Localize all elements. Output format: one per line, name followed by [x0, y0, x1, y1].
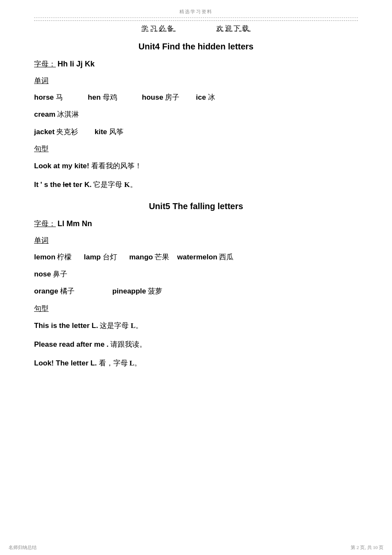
unit5-sentence-section: 句型: [34, 304, 358, 315]
word-mango: mango: [129, 253, 153, 261]
u5s3-en: Look! The letter L.: [34, 359, 97, 367]
word-horse: horse: [34, 93, 54, 101]
unit5-sentence-label: 句型: [34, 304, 49, 313]
unit4-vocab-label: 单词: [34, 76, 49, 86]
unit5-vocab-label: 单词: [34, 236, 49, 245]
u5s2-en: Please read after me .: [34, 340, 109, 348]
sentence2-k: ter K.: [73, 181, 91, 189]
topbar-left: 学习必备: [141, 25, 176, 32]
page-footer: 名师归纳总结 第 2 页, 共 10 页: [0, 544, 392, 551]
word-kite: kite: [95, 128, 107, 136]
word-watermelon: watermelon: [177, 253, 217, 261]
unit5-words-row2: nose 鼻子: [34, 267, 358, 281]
word-lemon: lemon: [34, 253, 55, 261]
unit5-sentence1: This is the letter L. 这是字母 L。: [34, 319, 358, 333]
unit5-sentence3: Look! The letter L. 看，字母 L。: [34, 356, 358, 371]
word-cream: cream: [34, 110, 55, 118]
word-house: house: [142, 93, 163, 101]
unit4-title: Unit4 Find the hidden letters: [34, 42, 358, 52]
unit5-letters-section: 字母： Ll Mm Nn: [34, 219, 358, 230]
u5s1-cn: 这是字母 L。: [100, 322, 143, 330]
word-orange: orange: [34, 287, 58, 295]
cn-watermelon: 西瓜: [219, 253, 233, 261]
unit5-letters-value: Ll Mm Nn: [58, 219, 92, 228]
cn-pineapple: 菠萝: [148, 287, 162, 295]
word-hen: hen: [88, 93, 101, 101]
unit4-letters-label: 字母：: [34, 59, 56, 69]
unit5-letters-label: 字母：: [34, 219, 56, 229]
cn-hen: 母鸡: [103, 93, 117, 101]
sentence2-apos: ' s the: [40, 181, 61, 189]
word-ice: ice: [196, 93, 206, 101]
sentence1-en: Look at my kite!: [34, 162, 89, 170]
watermark-text: 精选学习资料: [34, 9, 358, 15]
cn-lamp: 台灯: [103, 253, 117, 261]
unit5-sentence2: Please read after me . 请跟我读。: [34, 337, 358, 352]
cn-house: 房子: [165, 93, 179, 101]
unit4-sentence1: Look at my kite! 看看我的风筝！: [34, 159, 358, 173]
cn-jacket: 夹克衫: [56, 128, 78, 136]
u5s3-cn: 看，字母 L。: [99, 359, 142, 367]
unit4-words-row2: cream 冰淇淋: [34, 108, 358, 121]
top-bar: 学习必备 欢迎下载: [34, 20, 358, 33]
cn-lemon: 柠檬: [57, 253, 72, 261]
unit4-sentence-section: 句型: [34, 144, 358, 155]
unit5-words-row1: lemon 柠檬 lamp 台灯 mango 芒果 watermelon 西瓜: [34, 250, 358, 264]
unit5-vocab-section: 单词: [34, 236, 358, 247]
u5s1-en: This is the letter L.: [34, 322, 98, 330]
sentence2-cn: 它是字母 K。: [93, 181, 137, 189]
word-jacket: jacket: [34, 128, 55, 136]
sentence1-cn: 看看我的风筝！: [91, 162, 142, 170]
cn-orange: 橘子: [60, 287, 75, 295]
unit4-sentence-label: 句型: [34, 144, 49, 154]
cn-ice: 冰: [208, 93, 215, 101]
footer-right: 第 2 页, 共 10 页: [351, 544, 383, 551]
topbar-right: 欢迎下载: [216, 25, 251, 32]
unit5-title: Unit5 The falling letters: [34, 201, 358, 211]
cn-mango: 芒果: [155, 253, 169, 261]
sentence2-let-strikethrough: let: [63, 181, 71, 189]
unit4-words-row1: horse 马 hen 母鸡 house 房子 ice 冰: [34, 91, 358, 104]
cn-nose: 鼻子: [53, 270, 67, 278]
word-nose: nose: [34, 270, 51, 278]
cn-cream: 冰淇淋: [57, 110, 79, 118]
unit4-letters-section: 字母： Hh Ii Jj Kk: [34, 59, 358, 71]
word-lamp: lamp: [84, 253, 101, 261]
footer-left: 名师归纳总结: [9, 544, 37, 551]
cn-kite: 风筝: [109, 128, 124, 136]
word-pineapple: pineapple: [112, 287, 146, 295]
unit5-words-row3: orange 橘子 pineapple 菠萝: [34, 285, 358, 298]
unit4-words-row3: jacket 夹克衫 kite 风筝: [34, 125, 358, 139]
unit4-sentence2: It ' s the let ter K. 它是字母 K。: [34, 178, 358, 192]
cn-horse: 马: [56, 93, 63, 101]
u5s2-cn: 请跟我读。: [110, 340, 147, 348]
unit4-vocab-section: 单词: [34, 76, 358, 87]
sentence2-it: It: [34, 181, 38, 189]
unit4-letters-value: Hh Ii Jj Kk: [58, 60, 95, 68]
